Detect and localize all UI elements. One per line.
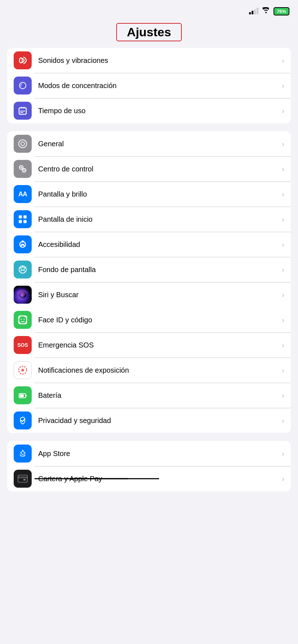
pantalla-chevron: › <box>282 190 284 198</box>
fondo-icon <box>14 261 32 279</box>
status-bar: 76% <box>0 0 298 19</box>
siri-icon <box>14 286 32 304</box>
inicio-icon <box>14 210 32 228</box>
fondo-label: Fondo de pantalla <box>38 266 282 274</box>
svg-rect-2 <box>21 107 22 109</box>
general-label: General <box>38 140 282 148</box>
privacidad-label: Privacidad y seguridad <box>38 417 282 425</box>
tiempo-chevron: › <box>282 107 284 115</box>
bateria-chevron: › <box>282 391 284 400</box>
bateria-label: Batería <box>38 391 282 400</box>
sonidos-label: Sonidos y vibraciones <box>38 56 282 65</box>
svg-point-23 <box>21 369 24 372</box>
svg-point-21 <box>24 319 25 320</box>
svg-rect-28 <box>18 475 27 482</box>
cartera-icon <box>14 470 32 488</box>
pantalla-icon: AA <box>14 185 32 203</box>
svg-rect-25 <box>20 394 24 397</box>
faceid-label: Face ID y código <box>38 316 282 324</box>
sos-label: Emergencia SOS <box>38 341 282 349</box>
sos-chevron: › <box>282 341 284 349</box>
svg-rect-29 <box>18 477 27 478</box>
svg-rect-11 <box>23 220 27 223</box>
fondo-chevron: › <box>282 266 284 274</box>
concentracion-chevron: › <box>282 82 284 90</box>
svg-point-20 <box>21 319 22 320</box>
settings-row-exposicion[interactable]: Notificaciones de exposición › <box>7 358 291 383</box>
control-icon <box>14 160 32 178</box>
bateria-icon <box>14 386 32 404</box>
faceid-chevron: › <box>282 316 284 324</box>
exposicion-chevron: › <box>282 366 284 374</box>
general-icon <box>14 135 32 153</box>
svg-rect-26 <box>26 395 27 397</box>
appstore-icon <box>14 445 32 463</box>
settings-group-3: App Store › Cartera y Apple Pay › <box>7 441 291 491</box>
svg-rect-8 <box>19 215 22 218</box>
general-chevron: › <box>282 140 284 148</box>
settings-row-privacidad[interactable]: Privacidad y seguridad › <box>7 408 291 433</box>
settings-row-cartera[interactable]: Cartera y Apple Pay › <box>7 466 291 491</box>
svg-rect-10 <box>19 220 22 223</box>
accesibilidad-icon <box>14 235 32 253</box>
accesibilidad-label: Accesibilidad <box>38 240 282 249</box>
signal-bar-3 <box>254 9 256 14</box>
svg-rect-3 <box>23 107 24 109</box>
settings-row-general[interactable]: General › <box>7 131 291 156</box>
settings-group-1: Sonidos y vibraciones › Modos de concent… <box>7 48 291 123</box>
siri-chevron: › <box>282 291 284 299</box>
cartera-chevron: › <box>282 475 284 483</box>
settings-row-tiempo[interactable]: Tiempo de uso › <box>7 98 291 123</box>
tiempo-label: Tiempo de uso <box>38 107 282 115</box>
settings-row-sos[interactable]: SOS Emergencia SOS › <box>7 332 291 358</box>
cartera-label: Cartera y Apple Pay <box>38 475 282 483</box>
settings-row-faceid[interactable]: Face ID y código › <box>7 307 291 332</box>
svg-point-0 <box>19 58 22 63</box>
settings-row-control[interactable]: Centro de control › <box>7 156 291 181</box>
battery-indicator: 76% <box>274 7 289 15</box>
settings-row-bateria[interactable]: Batería › <box>7 383 291 408</box>
settings-row-inicio[interactable]: Pantalla de inicio › <box>7 207 291 232</box>
control-label: Centro de control <box>38 165 282 173</box>
svg-point-17 <box>19 266 26 273</box>
privacidad-chevron: › <box>282 417 284 425</box>
settings-group-2: General › Centro de control › AA Pantall… <box>7 131 291 433</box>
sonidos-icon <box>14 51 32 69</box>
settings-row-pantalla[interactable]: AA Pantalla y brillo › <box>7 181 291 207</box>
signal-bar-2 <box>252 11 253 14</box>
settings-row-siri[interactable]: Siri y Buscar › <box>7 282 291 307</box>
page-title-section: Ajustes <box>0 19 298 48</box>
appstore-chevron: › <box>282 450 284 458</box>
settings-row-concentracion[interactable]: Modos de concentración › <box>7 73 291 98</box>
svg-point-7 <box>23 170 25 171</box>
settings-row-fondo[interactable]: Fondo de pantalla › <box>7 257 291 282</box>
sonidos-chevron: › <box>282 56 284 65</box>
exposicion-icon <box>14 361 32 379</box>
signal-bar-4 <box>257 8 258 14</box>
exposicion-label: Notificaciones de exposición <box>38 366 282 374</box>
accesibilidad-chevron: › <box>282 240 284 249</box>
tiempo-icon <box>14 102 32 120</box>
privacidad-icon <box>14 411 32 429</box>
control-chevron: › <box>282 165 284 173</box>
concentracion-label: Modos de concentración <box>38 82 282 90</box>
page-title: Ajustes <box>116 23 182 41</box>
faceid-icon <box>14 311 32 329</box>
settings-row-appstore[interactable]: App Store › <box>7 441 291 466</box>
settings-row-sonidos[interactable]: Sonidos y vibraciones › <box>7 48 291 73</box>
signal-indicator <box>249 8 258 14</box>
concentracion-icon <box>14 77 32 95</box>
signal-bar-1 <box>249 12 251 14</box>
svg-rect-9 <box>23 215 27 218</box>
siri-label: Siri y Buscar <box>38 291 282 299</box>
appstore-label: App Store <box>38 450 282 458</box>
wifi-icon <box>262 7 270 15</box>
pantalla-label: Pantalla y brillo <box>38 190 282 198</box>
sos-icon: SOS <box>14 336 32 354</box>
svg-rect-19 <box>19 316 27 324</box>
siri-row-wrapper: ➜ Siri y Buscar › <box>7 282 291 307</box>
inicio-label: Pantalla de inicio <box>38 215 282 224</box>
settings-row-accesibilidad[interactable]: Accesibilidad › <box>7 232 291 257</box>
svg-rect-30 <box>23 479 26 480</box>
svg-point-6 <box>21 167 22 168</box>
